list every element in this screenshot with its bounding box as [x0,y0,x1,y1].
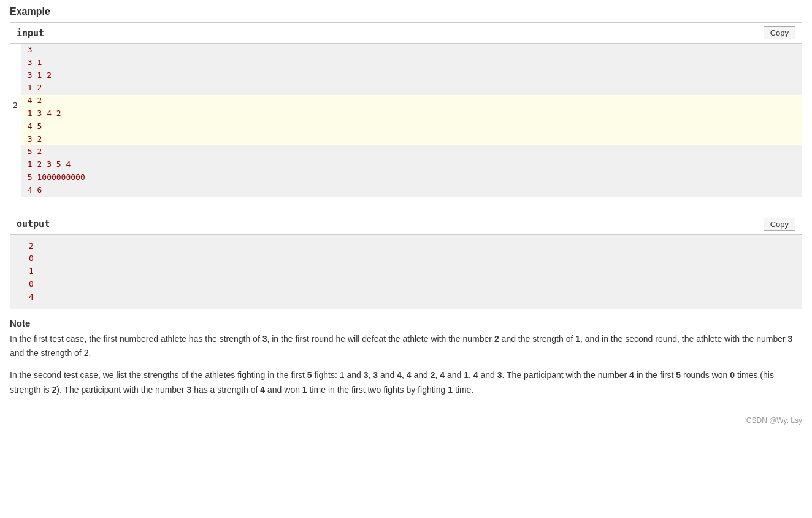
input-section-2: 4 2 1 3 4 2 4 5 3 2 [21,95,802,145]
input-block: input Copy _ _ _ _ 2 _ _ _ _ _ _ _ 3 [10,22,802,207]
note-section: Note In the first test case, the first n… [10,318,802,398]
output-label: output [17,218,50,230]
input-line-7: 4 5 [21,120,802,133]
output-copy-button[interactable]: Copy [764,218,795,231]
output-line-4: 0 [29,278,795,291]
input-line-3: 3 1 2 [21,69,802,82]
output-line-5: 4 [29,291,795,304]
input-header: input Copy [10,23,802,44]
input-line-8: 3 2 [21,133,802,146]
input-section-3: 5 2 1 2 3 5 4 5 1000000000 4 6 [21,145,802,196]
input-line-6: 1 3 4 2 [21,107,802,120]
input-line-12: 4 6 [21,184,802,197]
input-lines: 3 3 1 3 1 2 1 2 4 2 1 3 4 2 4 5 3 2 5 2 … [21,44,802,207]
output-line-1: 2 [29,240,795,253]
input-line-4: 1 2 [21,82,802,95]
watermark: CSDN @Wy. Lsy [10,416,802,425]
input-content: _ _ _ _ 2 _ _ _ _ _ _ _ 3 3 1 3 1 2 1 2 [10,44,802,207]
output-line-3: 1 [29,265,795,278]
input-line-1: 3 [21,44,802,56]
input-label: input [17,28,44,39]
output-line-2: 0 [29,252,795,265]
example-title: Example [10,6,802,17]
note-paragraph-2: In the second test case, we list the str… [10,368,802,398]
input-line-5: 4 2 [21,95,802,107]
input-copy-button[interactable]: Copy [764,26,795,39]
input-line-9: 5 2 [21,145,802,158]
input-line-11: 5 1000000000 [21,171,802,184]
line-number-2: 2 [13,99,18,112]
note-paragraph-1: In the first test case, the first number… [10,332,802,361]
note-title: Note [10,318,802,328]
input-line-2: 3 1 [21,56,802,69]
output-content: 2 0 1 0 4 [10,235,802,309]
input-line-10: 1 2 3 5 4 [21,158,802,171]
line-numbers-col: _ _ _ _ 2 _ _ _ _ _ _ _ [10,44,21,207]
input-section-1: 3 3 1 3 1 2 1 2 [21,44,802,95]
output-block: output Copy 2 0 1 0 4 [10,214,802,309]
output-header: output Copy [10,214,802,235]
